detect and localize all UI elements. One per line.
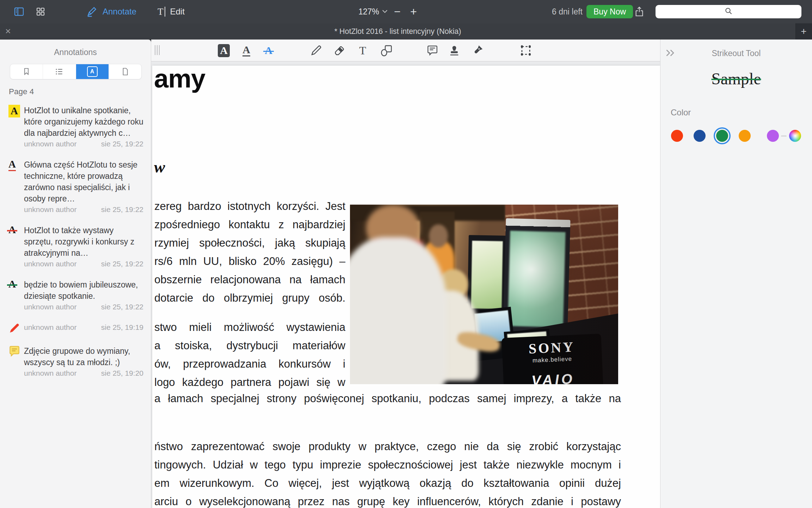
color-swatch-purple[interactable]	[767, 130, 779, 142]
annotation-text: Zdjęcie grupowe do wymiany, wszyscy są t…	[24, 345, 143, 368]
document-wide-line: a łamach specjalnej strony poświęconej s…	[154, 389, 621, 408]
color-swatch-orange[interactable]	[739, 130, 751, 142]
annotation-author: unknown author	[24, 322, 76, 333]
search-input[interactable]	[656, 5, 801, 18]
tab-outline[interactable]	[43, 64, 76, 79]
annotate-pen-icon	[86, 6, 98, 18]
annotation-list-item[interactable]: A unknown author sie 25, 19:19	[8, 322, 143, 335]
document-tab-bar: ✕ * HotZlot 2016 - list intencyjny (Noki…	[0, 23, 812, 40]
sidebar-view-switcher: A	[10, 64, 142, 79]
annotation-text: będzie to bowiem jubileuszowe, dziesiąte…	[24, 279, 143, 302]
page-group-header: Page 4	[9, 87, 34, 96]
document-page[interactable]: amy w zereg bardzo istotnych korzyści. J…	[152, 66, 660, 508]
strikeout-icon: A	[265, 45, 272, 56]
underline-annotation-icon: A	[8, 159, 22, 173]
strikeout-annotation-icon: A	[8, 279, 22, 292]
toolbar-drag-handle[interactable]	[155, 45, 164, 56]
select-tool-button[interactable]	[518, 43, 534, 58]
tab-pages[interactable]	[109, 64, 141, 79]
bookmark-icon	[22, 67, 31, 76]
note-icon	[426, 44, 439, 57]
document-title: * HotZlot 2016 - list intencyjny (Nokia)	[0, 23, 795, 40]
tab-annotate[interactable]: Annotate	[86, 0, 136, 23]
shapes-tool-button[interactable]	[379, 43, 394, 58]
document-heading-fragment: amy	[154, 66, 205, 92]
annotation-list-item[interactable]: A HotZlot to unikalne spotkanie, które o…	[8, 105, 143, 149]
document-text-line: zereg bardzo istotnych korzyści. Jest	[154, 197, 345, 216]
document-text-line: rs/6 mln UU, blisko 20% zasięgu) –	[154, 252, 345, 271]
pdf-annotation-app: Annotate T Edit 127% − + 6 dni left Buy …	[0, 0, 812, 508]
share-icon[interactable]	[634, 6, 645, 17]
ink-annotation-icon: A	[8, 322, 22, 335]
document-text-line: tingowych. Udział w tego typu imprezie s…	[154, 456, 621, 474]
tool-panel-title: Strikeout Tool	[660, 49, 812, 58]
eraser-icon	[333, 44, 346, 57]
document-text-line: ństwo zaprezentować swoje produkty w pra…	[154, 437, 621, 456]
annotation-author: unknown author	[24, 204, 76, 215]
signature-tool-button[interactable]	[470, 43, 485, 58]
annotation-date: sie 25, 19:22	[101, 302, 143, 312]
document-text-line: zpośredniego kontaktu z najbardziej	[154, 216, 345, 234]
color-section-label: Color	[671, 108, 691, 117]
strikeout-tool-button[interactable]: A	[261, 43, 276, 58]
zoom-level-value: 127%	[358, 7, 379, 17]
text-tool-button[interactable]: T	[355, 43, 370, 58]
annotation-author: unknown author	[24, 259, 76, 269]
document-viewport[interactable]: amy w zereg bardzo istotnych korzyści. J…	[151, 61, 660, 508]
annotation-date: sie 25, 19:20	[101, 368, 143, 379]
stamp-tool-button[interactable]	[447, 43, 462, 58]
new-tab-button[interactable]: +	[795, 23, 812, 40]
annotate-tab-label: Annotate	[103, 7, 136, 17]
document-text-line: stwo mieli możliwość wystawienia	[154, 318, 345, 337]
annotation-list-item[interactable]: A będzie to bowiem jubileuszowe, dziesią…	[8, 279, 143, 312]
document-subheading-fragment: w	[154, 159, 165, 175]
tab-edit[interactable]: T Edit	[158, 0, 185, 23]
top-toolbar: Annotate T Edit 127% − + 6 dni left Buy …	[0, 0, 812, 24]
annotation-author: unknown author	[24, 302, 76, 312]
note-annotation-icon: A	[8, 345, 22, 359]
thumbnails-grid-icon[interactable]	[35, 6, 46, 17]
tab-bookmarks[interactable]	[10, 64, 43, 79]
note-tool-button[interactable]	[425, 43, 440, 58]
tab-annotations[interactable]: A	[76, 64, 109, 79]
paragraph-bottom: ństwo zaprezentować swoje produkty w pra…	[154, 437, 621, 508]
signature-pen-icon	[471, 44, 484, 57]
annotation-list: A HotZlot to unikalne spotkanie, które o…	[8, 105, 143, 388]
sidebar-title: Annotations	[0, 48, 151, 57]
highlight-icon: A	[218, 44, 230, 57]
color-swatch-red[interactable]	[671, 130, 683, 142]
document-text-line: arciu o wyselekcjonowaną przez nas grupę…	[154, 492, 621, 508]
strikeout-sample-preview: Sample	[660, 69, 812, 88]
document-text-line: obszernie relacjonowana na łamach	[154, 271, 345, 289]
underline-tool-button[interactable]: A	[239, 43, 254, 58]
strikeout-annotation-icon: A	[8, 225, 22, 238]
document-text-line: a stoiska, dystrybucji materiałów	[154, 337, 345, 355]
tool-settings-panel: Strikeout Tool Sample Color	[660, 40, 812, 508]
color-wheel-swatch[interactable]	[789, 130, 801, 142]
buy-now-button[interactable]: Buy Now	[586, 5, 633, 18]
eraser-tool-button[interactable]	[332, 43, 347, 58]
zoom-out-button[interactable]: −	[394, 5, 401, 18]
shapes-icon	[380, 44, 393, 57]
highlight-tool-button[interactable]: A	[216, 43, 232, 58]
annotation-list-item[interactable]: A Zdjęcie grupowe do wymiany, wszyscy są…	[8, 345, 143, 379]
annotation-date: sie 25, 19:22	[101, 259, 143, 269]
outline-list-icon	[55, 67, 64, 76]
annotation-date: sie 25, 19:22	[101, 204, 143, 215]
swatch-divider	[781, 135, 787, 137]
annotation-list-item[interactable]: A Główna część HotZlotu to sesje technic…	[8, 159, 143, 215]
pencil-tool-button[interactable]	[308, 43, 324, 58]
edit-text-icon: T	[158, 6, 165, 17]
sidebar-toggle-icon[interactable]	[13, 6, 25, 17]
paragraph-column-2: stwo mieli możliwość wystawieniaa stoisk…	[154, 318, 345, 392]
document-text-line: em wizerunkowym. Co więcej, jest wyjątko…	[154, 474, 621, 492]
annotation-list-item[interactable]: A HotZlot to także wystawy sprzętu, rozg…	[8, 225, 143, 269]
zoom-level-dropdown[interactable]: 127%	[358, 0, 388, 23]
highlight-annotation-icon: A	[8, 105, 22, 118]
edit-tab-label: Edit	[170, 7, 185, 17]
document-tab[interactable]: ✕ * HotZlot 2016 - list intencyjny (Noki…	[0, 23, 796, 40]
zoom-in-button[interactable]: +	[410, 5, 417, 18]
color-swatch-blue[interactable]	[694, 130, 706, 142]
annotation-date: sie 25, 19:22	[101, 139, 143, 149]
color-swatch-green-selected[interactable]	[716, 130, 728, 142]
